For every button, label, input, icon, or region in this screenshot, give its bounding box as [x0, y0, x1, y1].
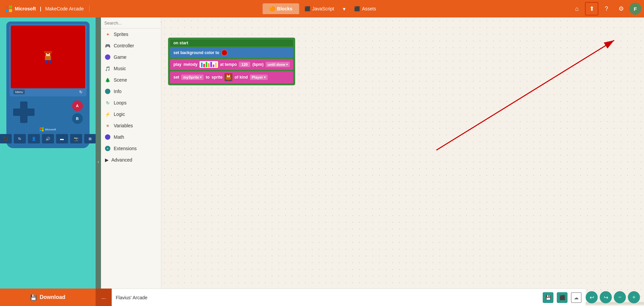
svg-rect-4 [49, 53, 50, 54]
bottom-btn-4[interactable]: 🔊 [42, 134, 54, 143]
block-play-melody[interactable]: play melody at tempo 120 (bpm) [170, 59, 293, 70]
menu-button[interactable]: Menu [13, 90, 25, 94]
at-tempo-text: at tempo [220, 62, 237, 67]
more-button[interactable]: ... [96, 289, 112, 306]
tab-assets[interactable]: ⬛ Assets [349, 3, 381, 14]
cloud-icon-button[interactable]: ☁ [571, 292, 582, 303]
on-start-block[interactable]: on start set background color to play me… [168, 38, 295, 85]
blocks-icon: 🟠 [269, 6, 275, 11]
bottom-btn-2[interactable]: ↻ [14, 134, 26, 143]
svg-rect-5 [46, 54, 50, 56]
tab-javascript[interactable]: ⬛ JavaScript [299, 3, 339, 14]
to-text: to [206, 75, 209, 80]
math-dot [105, 134, 110, 140]
share-button[interactable]: ⬆ [585, 2, 598, 15]
toolbox-item-sprites[interactable]: ✦ Sprites [101, 29, 161, 40]
tab-dropdown[interactable]: ▾ [339, 3, 349, 15]
github-icon-button[interactable]: ⬛ [557, 292, 568, 303]
center-tabs: 🟠 Blocks ⬛ JavaScript ▾ ⬛ Assets [263, 3, 381, 15]
project-name: Flavius' Arcade [116, 295, 539, 300]
project-bar: Flavius' Arcade 💾 ⬛ ☁ [112, 289, 586, 306]
refresh-button[interactable]: ↻ [79, 90, 83, 94]
bottom-buttons: ⬛ ↻ 👤 🔊 ▬ 📷 ⊞ [0, 132, 96, 145]
minus-button[interactable]: − [614, 291, 626, 303]
dpad[interactable] [13, 101, 35, 123]
until-done-dropdown[interactable]: until done [266, 62, 290, 67]
dpad-vertical [20, 101, 28, 123]
sprite-image-picker[interactable] [224, 73, 232, 81]
scene-icon: 🌲 [105, 77, 110, 83]
blocks-area: on start set background color to play me… [168, 38, 295, 85]
ms-small-icon [40, 127, 44, 131]
button-a[interactable]: A [72, 100, 83, 111]
sprite-name-dropdown[interactable]: mySprite [181, 75, 204, 80]
bpm-text: (bpm) [252, 62, 263, 67]
toolbox-item-math[interactable]: Math [101, 131, 161, 143]
toolbox-item-variables[interactable]: ≡ Variables [101, 120, 161, 131]
search-bar: 🔍 [101, 17, 161, 29]
gameboy-controls: A B [9, 98, 87, 127]
ms-label-bar: Microsoft [40, 127, 56, 132]
ms-logo: Microsoft | MakeCode Arcade [0, 5, 90, 12]
avatar[interactable]: F [629, 3, 641, 15]
play-text1: play [173, 62, 181, 67]
game-screen [11, 26, 85, 88]
toolbox-item-game[interactable]: Game [101, 51, 161, 63]
svg-rect-12 [229, 75, 230, 76]
ms-label: Microsoft [15, 6, 36, 11]
button-b[interactable]: B [72, 113, 83, 124]
sprite-text: sprite [212, 75, 223, 80]
bottom-btn-6[interactable]: 📷 [70, 134, 82, 143]
download-icon: 💾 [30, 294, 37, 301]
toolbox-item-info[interactable]: Info [101, 86, 161, 97]
footer: 💾 Download ... Flavius' Arcade 💾 ⬛ ☁ ↩ ↪… [0, 289, 644, 306]
block-set-sprite[interactable]: set mySprite to sprite [170, 71, 293, 83]
toolbox-item-music[interactable]: 🎵 Music [101, 63, 161, 74]
download-button[interactable]: 💾 Download [0, 289, 96, 306]
loops-icon: ↻ [105, 100, 110, 105]
bg-text1: set background color to [173, 50, 219, 55]
bottom-btn-1[interactable]: ⬛ [0, 134, 12, 143]
search-input[interactable] [104, 20, 161, 26]
save-icon-button[interactable]: 💾 [543, 292, 553, 303]
toolbox-item-scene[interactable]: 🌲 Scene [101, 74, 161, 86]
bottom-btn-5[interactable]: ▬ [56, 134, 68, 143]
home-button[interactable]: ⌂ [570, 2, 584, 15]
bottom-btn-3[interactable]: 👤 [28, 134, 40, 143]
toolbox-item-controller[interactable]: 🎮 Controller [101, 40, 161, 51]
toolbox-item-extensions[interactable]: + Extensions [101, 143, 161, 154]
tab-blocks[interactable]: 🟠 Blocks [263, 3, 299, 14]
game-dot [105, 54, 110, 60]
svg-rect-8 [49, 60, 51, 63]
logic-icon: ⚡ [105, 112, 110, 117]
toolbox-item-logic[interactable]: ⚡ Logic [101, 108, 161, 120]
color-picker[interactable] [221, 50, 227, 56]
tempo-value[interactable]: 120 [239, 62, 250, 67]
add-button[interactable]: + [628, 291, 640, 303]
toolbox-item-loops[interactable]: ↻ Loops [101, 97, 161, 108]
undo-button[interactable]: ↩ [586, 291, 598, 303]
extensions-dot: + [105, 146, 110, 151]
kind-dropdown[interactable]: Player [250, 75, 268, 80]
workspace[interactable]: on start set background color to play me… [161, 17, 644, 306]
melody-bar[interactable] [200, 61, 218, 68]
toolbox: 🔍 ✦ Sprites 🎮 Controller Game 🎵 Music [101, 17, 161, 306]
redo-button[interactable]: ↪ [600, 291, 612, 303]
settings-button[interactable]: ⚙ [614, 2, 628, 15]
svg-rect-2 [46, 51, 50, 52]
block-set-background[interactable]: set background color to [170, 48, 293, 58]
help-button[interactable]: ? [600, 2, 613, 15]
header: Microsoft | MakeCode Arcade 🟠 Blocks ⬛ J… [0, 0, 644, 17]
svg-rect-3 [46, 53, 47, 54]
collapse-panel-button[interactable]: ‹ [96, 17, 101, 306]
svg-rect-15 [226, 80, 228, 81]
svg-rect-6 [45, 56, 51, 60]
svg-rect-7 [45, 60, 47, 63]
right-icons: ⌂ ⬆ ? ⚙ F [570, 2, 644, 15]
svg-rect-10 [226, 74, 231, 75]
toolbox-items: ✦ Sprites 🎮 Controller Game 🎵 Music 🌲 Sc [101, 29, 161, 306]
toolbox-item-advanced[interactable]: ▶ Advanced [101, 154, 161, 166]
main: Menu ↻ A B Microsoft [0, 17, 644, 306]
bottom-btn-7[interactable]: ⊞ [84, 134, 96, 143]
ab-buttons: A B [72, 100, 83, 124]
